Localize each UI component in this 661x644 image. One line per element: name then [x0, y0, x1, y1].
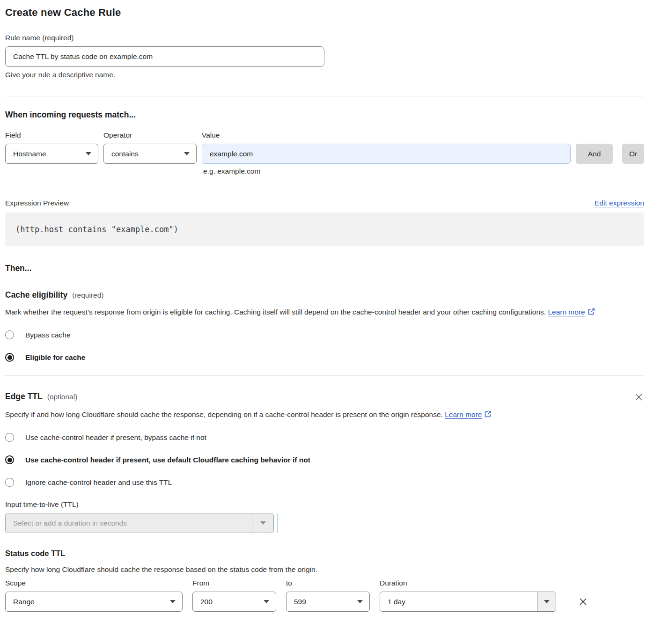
radio-label: Eligible for cache: [25, 353, 85, 362]
ttl-input-label: Input time-to-live (TTL): [5, 500, 644, 509]
edit-expression-link[interactable]: Edit expression: [595, 199, 644, 207]
duration-select[interactable]: 1 day: [380, 592, 556, 612]
scope-label: Scope: [5, 579, 183, 587]
field-label: Field: [5, 131, 98, 139]
use-header-default-option[interactable]: Use cache-control header if present, use…: [5, 455, 644, 464]
cache-eligibility-description: Mark whether the request’s response from…: [5, 306, 635, 319]
radio-label: Bypass cache: [25, 331, 71, 339]
edge-ttl-options: Use cache-control header if present, byp…: [5, 433, 644, 487]
operator-select[interactable]: contains: [103, 144, 197, 164]
radio-icon[interactable]: [5, 455, 14, 464]
eligible-for-cache-option[interactable]: Eligible for cache: [5, 353, 644, 362]
radio-icon[interactable]: [5, 353, 14, 362]
external-link-icon: [588, 306, 595, 319]
learn-more-link[interactable]: Learn more: [548, 308, 585, 316]
duration-select-value: 1 day: [380, 592, 537, 611]
cache-eligibility-heading: Cache eligibility: [5, 290, 67, 300]
operator-label: Operator: [103, 131, 197, 139]
edge-ttl-header: Edge TTL (optional): [5, 392, 644, 402]
chevron-down-icon: [184, 152, 190, 155]
operator-select-value: contains: [111, 150, 139, 158]
radio-label: Ignore cache-control header and use this…: [25, 478, 172, 487]
rule-name-section: Rule name (required) Give your rule a de…: [5, 34, 644, 79]
rule-name-helper: Give your rule a descriptive name.: [5, 71, 644, 79]
expression-preview-label: Expression Preview: [5, 199, 69, 207]
remove-row-icon[interactable]: [577, 596, 589, 607]
create-cache-rule-form: Create new Cache Rule Rule name (require…: [0, 0, 661, 612]
edge-ttl-description-text: Specify if and how long Cloudflare shoul…: [5, 410, 443, 418]
chevron-down-icon: [357, 600, 363, 603]
to-select[interactable]: 599: [286, 592, 370, 612]
expression-code-text: (http.host contains "example.com"): [15, 225, 178, 234]
close-icon[interactable]: [633, 392, 644, 402]
edge-ttl-heading: Edge TTL: [5, 392, 43, 402]
field-select-value: Hostname: [13, 150, 46, 158]
scope-select[interactable]: Range: [5, 592, 183, 612]
bypass-cache-option[interactable]: Bypass cache: [5, 330, 644, 339]
chevron-down-icon: [86, 152, 91, 155]
use-header-bypass-option[interactable]: Use cache-control header if present, byp…: [5, 433, 644, 442]
text-cursor: [277, 513, 278, 533]
cache-eligibility-header: Cache eligibility (required): [5, 290, 644, 300]
required-badge: (required): [72, 291, 103, 300]
cache-eligibility-options: Bypass cache Eligible for cache: [5, 330, 644, 362]
field-select[interactable]: Hostname: [5, 144, 98, 164]
ttl-select-placeholder: Select or add a duration in seconds: [6, 519, 252, 527]
chevron-down-icon: [252, 513, 273, 533]
match-heading: When incoming requests match...: [5, 110, 644, 120]
edge-ttl-description: Specify if and how long Cloudflare shoul…: [5, 408, 520, 422]
from-select[interactable]: 200: [192, 592, 276, 612]
value-label: Value: [202, 131, 571, 139]
from-select-value: 200: [200, 598, 213, 606]
chevron-down-icon: [170, 600, 176, 603]
then-heading: Then...: [5, 263, 644, 273]
radio-icon[interactable]: [5, 478, 14, 487]
match-expression-row: Field Hostname Operator contains Value A…: [5, 131, 644, 164]
scope-select-value: Range: [13, 598, 35, 606]
radio-label: Use cache-control header if present, use…: [25, 456, 310, 464]
to-label: to: [286, 579, 370, 587]
radio-label: Use cache-control header if present, byp…: [25, 433, 206, 442]
ignore-header-option[interactable]: Ignore cache-control header and use this…: [5, 478, 644, 487]
status-code-ttl-heading: Status code TTL: [5, 549, 644, 558]
from-label: From: [192, 579, 276, 587]
value-helper: e.g. example.com: [203, 167, 644, 176]
ttl-duration-select[interactable]: Select or add a duration in seconds: [5, 513, 274, 533]
and-button[interactable]: And: [576, 144, 613, 164]
to-select-value: 599: [294, 598, 306, 606]
external-link-icon: [485, 409, 492, 422]
cache-eligibility-description-text: Mark whether the request’s response from…: [5, 308, 546, 316]
expression-preview-code: (http.host contains "example.com"): [5, 212, 644, 246]
status-code-ttl-row: Scope Range From 200 to 599 Duration 1 d…: [5, 579, 644, 612]
or-button[interactable]: Or: [622, 144, 644, 164]
rule-name-input[interactable]: [5, 46, 324, 67]
expression-preview-header: Expression Preview Edit expression: [5, 199, 644, 207]
learn-more-link[interactable]: Learn more: [445, 410, 482, 418]
chevron-down-icon: [264, 600, 269, 603]
status-code-ttl-description: Specify how long Cloudflare should cache…: [5, 563, 635, 576]
chevron-down-button[interactable]: [537, 592, 556, 611]
section-divider: [5, 375, 644, 376]
radio-icon[interactable]: [5, 330, 14, 339]
optional-badge: (optional): [47, 393, 78, 401]
section-divider: [5, 96, 644, 96]
ttl-input-section: Input time-to-live (TTL) Select or add a…: [5, 500, 644, 533]
value-input[interactable]: [202, 144, 571, 164]
rule-name-label: Rule name (required): [5, 34, 644, 42]
page-title: Create new Cache Rule: [5, 7, 644, 19]
duration-label: Duration: [380, 579, 556, 587]
radio-icon[interactable]: [5, 433, 14, 442]
